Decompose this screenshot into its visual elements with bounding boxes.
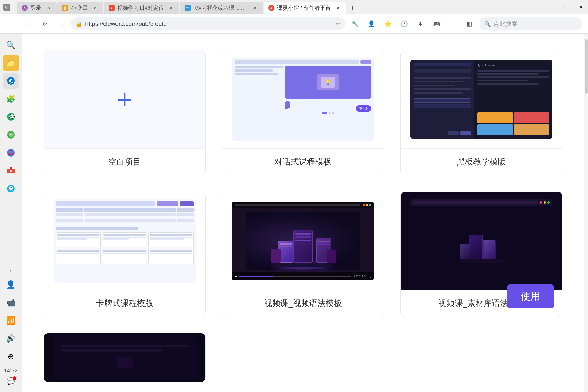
bb-icon-2 <box>514 112 549 123</box>
scrollbar[interactable] <box>584 34 588 392</box>
use-button[interactable]: 使用 <box>507 284 554 308</box>
sidebar-icon-qq[interactable] <box>3 181 19 197</box>
template-card-video[interactable]: ▶ 0:00 / 12:34 ⛶ 视频课_视频语法模板 <box>222 192 384 317</box>
bb-line-5 <box>414 92 462 94</box>
mini-card-text-9 <box>150 253 192 254</box>
bb-right-title: Type AI Name <box>477 63 549 67</box>
cs-cell-2 <box>85 213 176 216</box>
sidebar-icon-browser2[interactable] <box>3 127 19 143</box>
tab-close-5[interactable]: ✕ <box>335 5 341 11</box>
sidebar-icon-wifi[interactable]: 📶 <box>3 313 19 328</box>
tab-label-2: 4+变量 <box>71 4 88 12</box>
sidebar-icon-person2[interactable]: 👤 <box>3 277 19 292</box>
cs-table-header <box>56 208 194 212</box>
template-card-blank[interactable]: + 空白项目 <box>44 50 206 175</box>
br-window-1 <box>318 241 330 242</box>
search-icon: 🔍 <box>484 21 491 27</box>
sidebar-toggle[interactable]: ◧ <box>463 17 476 30</box>
extensions-button[interactable]: 🔧 <box>348 17 362 30</box>
cs-col-2 <box>84 208 176 212</box>
sidebar-icon-folder[interactable]: 📁 <box>3 55 19 71</box>
sidebar-icon-chrome[interactable] <box>3 145 19 161</box>
collections-button[interactable]: 🎮 <box>430 17 443 30</box>
tab-close-3[interactable]: ✕ <box>168 5 174 11</box>
home-button[interactable]: ⌂ <box>54 17 68 30</box>
tab-keling[interactable]: 课 课灵小馆 / 创作者平台 ✕ <box>264 2 346 14</box>
bb-buttons <box>414 131 471 135</box>
cs-cell-6 <box>177 219 194 222</box>
maximize-button[interactable]: □ <box>569 4 577 11</box>
mini-card-text-1 <box>57 237 99 238</box>
scrollbar-thumb[interactable] <box>585 39 588 94</box>
template-card-video-material[interactable]: 使用 视频课_素材库语法模板 <box>400 192 562 317</box>
template-card-partial[interactable] <box>44 333 206 382</box>
cs-action-btn <box>157 201 178 206</box>
sidebar-icon-camera-app[interactable]: 📹 <box>3 295 19 310</box>
mini-card-text-6 <box>150 238 183 240</box>
vm-close <box>540 201 542 204</box>
sidebar-icon-camera[interactable] <box>3 163 19 179</box>
template-card-blackboard[interactable]: Type AI Name <box>400 50 562 175</box>
dialog-btn <box>360 60 371 64</box>
video-time: 0:00 / 12:34 <box>354 275 367 278</box>
close-window-button[interactable]: ✕ <box>578 4 585 11</box>
bb-icon-1 <box>477 112 513 123</box>
search-bar[interactable]: 🔍 点此搜索 <box>479 17 583 30</box>
favorites-button[interactable]: ⭐ <box>381 17 394 30</box>
cs-cards-grid <box>56 232 194 264</box>
bb-url-input <box>414 63 471 66</box>
cs-cell-3 <box>177 213 194 216</box>
tab-close-4[interactable]: ✕ <box>252 5 258 11</box>
profile-button[interactable]: 👤 <box>365 17 378 30</box>
vm-content <box>410 206 552 283</box>
tab-favicon-5: 课 <box>268 5 274 11</box>
sidebar-expand-arrow[interactable]: › <box>10 267 12 274</box>
template-card-dialog[interactable]: 💡 <box>222 50 384 175</box>
cs-row-2 <box>56 219 194 222</box>
minimize-button[interactable]: ─ <box>561 4 568 11</box>
dialog-main: 💡 <box>285 66 371 114</box>
vm-platform <box>460 259 503 263</box>
back-button[interactable]: ← <box>5 17 19 30</box>
vm-building-1 <box>469 235 483 259</box>
refresh-button[interactable]: ↻ <box>38 17 51 30</box>
cs-mini-card-2 <box>102 232 147 247</box>
sidebar-icon-volume[interactable]: 🔊 <box>3 330 19 346</box>
menu-button[interactable]: ⋯ <box>446 17 460 30</box>
cs-top-bar <box>56 201 194 206</box>
downloads-button[interactable]: ⬇ <box>414 17 427 30</box>
dialog-sidebar <box>235 66 283 114</box>
star-icon[interactable]: ☆ <box>336 21 340 27</box>
sidebar-icon-search[interactable]: 🔍 <box>3 37 19 53</box>
sidebar-icon-ext[interactable]: 🧩 <box>3 91 19 107</box>
new-tab-button[interactable]: + <box>347 2 359 14</box>
card-preview-video: ▶ 0:00 / 12:34 ⛶ <box>222 192 384 290</box>
tab-label-1: 登录 <box>30 4 41 12</box>
svg-point-7 <box>10 151 12 154</box>
tab-video-learning[interactable]: ▶ 视频学习1相对定位 ✕ <box>104 2 179 14</box>
template-grid: + 空白项目 <box>44 50 562 317</box>
mini-card-title-1 <box>57 234 99 236</box>
building-center <box>293 230 313 263</box>
card-preview-dialog: 💡 <box>222 50 384 148</box>
cs-col-1 <box>56 208 83 212</box>
main-content: + 空白项目 <box>22 34 584 392</box>
sidebar-icon-wechat[interactable]: 💬 <box>3 109 19 125</box>
tab-close-2[interactable]: ✕ <box>92 5 98 11</box>
tab-close-1[interactable]: ✕ <box>46 5 52 11</box>
tab-ivx[interactable]: iVX iVX可视化编程课-LV1-20-02 ✕ <box>180 2 263 14</box>
mini-card-text-3 <box>103 237 146 238</box>
address-bar[interactable]: 🔒 https://cleword.com/pub/create ☆ <box>71 17 345 30</box>
sidebar-icon-edge[interactable] <box>3 73 19 89</box>
tab-variable[interactable]: 📄 4+变量 ✕ <box>57 2 103 14</box>
history-button[interactable]: 🕐 <box>397 17 411 30</box>
cs-rows <box>56 213 194 224</box>
system-time: 14:32 <box>4 366 17 375</box>
browser-toolbar: ← → ↻ ⌂ 🔒 https://cleword.com/pub/create… <box>0 14 588 34</box>
chat-notification-icon[interactable]: 💬 1 <box>7 377 15 385</box>
forward-button[interactable]: → <box>22 17 35 30</box>
sidebar-icon-crosshair[interactable]: ⊕ <box>3 348 19 364</box>
tab-login[interactable]: 人 登录 ✕ <box>17 2 57 14</box>
windows-icon[interactable]: ⊞ <box>3 4 10 11</box>
template-card-card[interactable]: 卡牌式课程模版 <box>44 192 206 317</box>
